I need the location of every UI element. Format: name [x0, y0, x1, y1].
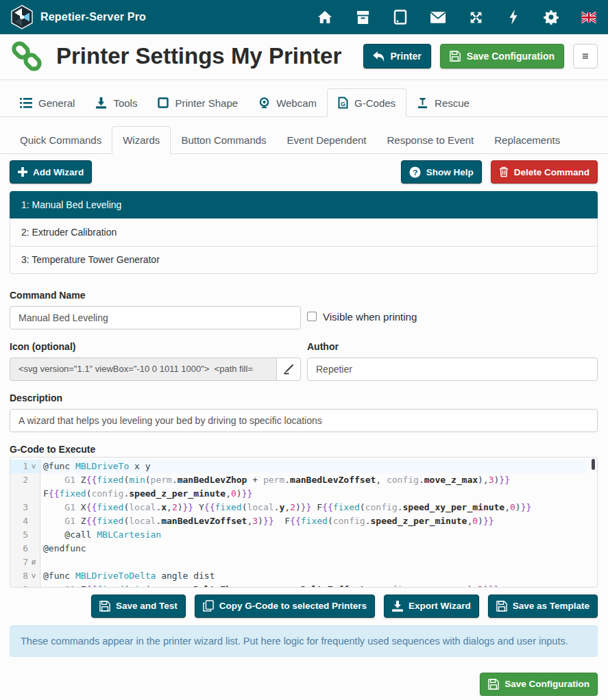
printer-button[interactable]: Printer [363, 44, 431, 68]
home-icon[interactable] [317, 10, 332, 25]
save-icon [488, 679, 499, 690]
save-configuration-button-bottom[interactable]: Save Configuration [480, 673, 598, 696]
tab-event-dependent[interactable]: Event Dependent [277, 126, 377, 154]
navbar: Repetier-Server Pro [0, 0, 608, 34]
wizard-item-temperature-tower[interactable]: 3: Temperature Tower Generator [10, 247, 598, 274]
square-icon [158, 97, 169, 108]
bolt-icon[interactable] [506, 10, 521, 25]
tab-replacements[interactable]: Replacements [484, 126, 570, 154]
wizard-item-extruder-calibration[interactable]: 2: Extruder Calibration [10, 218, 598, 246]
command-name-label: Command Name [10, 290, 301, 301]
gcode-label: G-Code to Execute [10, 444, 598, 455]
wizard-item-manual-bed-leveling[interactable]: 1: Manual Bed Leveling [10, 191, 598, 218]
tools-icon [95, 97, 107, 109]
tab-printer-shape[interactable]: Printer Shape [147, 88, 248, 117]
gcode-line-9: 9 G1 Z{{fixed(min(perm.manDeltaZhop + pe… [10, 583, 597, 588]
tab-rescue[interactable]: Rescue [406, 88, 480, 117]
question-icon: ? [409, 166, 421, 178]
uk-flag-icon[interactable] [581, 10, 596, 25]
mail-icon[interactable] [430, 10, 446, 25]
link-icon [10, 39, 44, 73]
app-logo[interactable] [10, 5, 34, 29]
plus-icon [18, 167, 27, 177]
save-as-template-button[interactable]: Save as Template [488, 595, 598, 618]
tab-webcam[interactable]: Webcam [248, 88, 327, 117]
description-label: Description [10, 392, 598, 403]
icon-edit-button[interactable] [277, 358, 301, 381]
tab-general[interactable]: General [10, 88, 85, 117]
gcode-line-2: 2 G1 Z{{fixed(min(perm.manBedLevZhop + p… [10, 473, 597, 501]
wizard-list: 1: Manual Bed Leveling 2: Extruder Calib… [10, 191, 598, 274]
save-icon [496, 601, 507, 612]
gear-icon[interactable] [544, 10, 559, 25]
gcode-line-4: 4 G1 Z{{fixed(local.manBedLevZoffset,3)}… [10, 514, 597, 528]
gcode-line-6: 6@endfunc [10, 542, 597, 555]
description-input[interactable]: A wizard that helps you leveling your be… [10, 409, 598, 432]
icon-input[interactable]: <svg version="1.1" viewBox="-10 0 1011 1… [10, 358, 277, 381]
gcode-line-3: 3 G1 X{{fixed(local.x,2)}} Y{{fixed(loca… [10, 501, 597, 514]
main-tabs: General Tools Printer Shape Webcam GG-Co… [0, 80, 608, 117]
author-input[interactable]: Repetier [307, 358, 598, 381]
app-title: Repetier-Server Pro [40, 11, 146, 23]
add-wizard-button[interactable]: Add Wizard [10, 160, 92, 184]
copy-gcode-button[interactable]: Copy G-Code to selected Printers [195, 595, 375, 618]
tab-g-codes[interactable]: GG-Codes [327, 88, 406, 117]
page-title: Printer Settings My Printer [56, 43, 341, 69]
trash-icon [499, 166, 509, 177]
svg-text:?: ? [413, 167, 417, 177]
command-name-input[interactable]: Manual Bed Leveling [10, 306, 301, 329]
save-and-test-button[interactable]: Save and Test [91, 595, 186, 618]
visible-when-printing-checkbox[interactable] [307, 312, 317, 321]
hamburger-icon [583, 51, 588, 61]
download-icon [392, 601, 403, 612]
tab-tools[interactable]: Tools [85, 88, 147, 117]
copy-icon [203, 600, 214, 612]
visible-when-printing-label: Visible when printing [323, 311, 417, 323]
sub-tabs: Quick Commands Wizards Button Commands E… [0, 117, 608, 154]
svg-text:G: G [341, 101, 345, 108]
delete-command-button[interactable]: Delete Command [491, 160, 598, 184]
page-header: Printer Settings My Printer Printer Save… [0, 34, 608, 80]
info-alert: These commands appear in the printer wiz… [10, 625, 598, 657]
tab-quick-commands[interactable]: Quick Commands [10, 126, 112, 154]
gcode-file-icon: G [338, 97, 348, 109]
expand-icon[interactable] [468, 10, 483, 25]
gcode-line-7: 7ø [10, 555, 597, 569]
tab-button-commands[interactable]: Button Commands [171, 126, 276, 154]
tab-response-to-event[interactable]: Response to Event [377, 126, 485, 154]
editor-scrollbar[interactable] [592, 459, 595, 470]
list-icon [20, 98, 32, 108]
save-icon [450, 51, 461, 62]
printer-box-icon[interactable] [355, 10, 370, 25]
tab-wizards[interactable]: Wizards [112, 126, 171, 154]
menu-button[interactable] [573, 44, 598, 68]
rescue-icon [417, 97, 428, 109]
show-help-button[interactable]: ?Show Help [401, 160, 482, 184]
tablet-icon[interactable] [393, 10, 408, 25]
icon-label: Icon (optional) [10, 341, 301, 352]
gcode-editor[interactable]: 1v@func MBLDriveTo x y2 G1 Z{{fixed(min(… [10, 457, 598, 588]
gcode-line-5: 5 @call MBLCartesian [10, 528, 597, 542]
author-label: Author [307, 341, 598, 352]
save-icon [99, 601, 110, 612]
export-wizard-button[interactable]: Export Wizard [384, 595, 479, 618]
save-configuration-button-top[interactable]: Save Configuration [440, 44, 564, 68]
back-arrow-icon [373, 51, 385, 62]
gcode-line-8: 8v@func MBLDriveToDelta angle dist [10, 569, 597, 583]
gcode-line-1: 1v@func MBLDriveTo x y [10, 460, 597, 473]
webcam-icon [258, 97, 270, 109]
